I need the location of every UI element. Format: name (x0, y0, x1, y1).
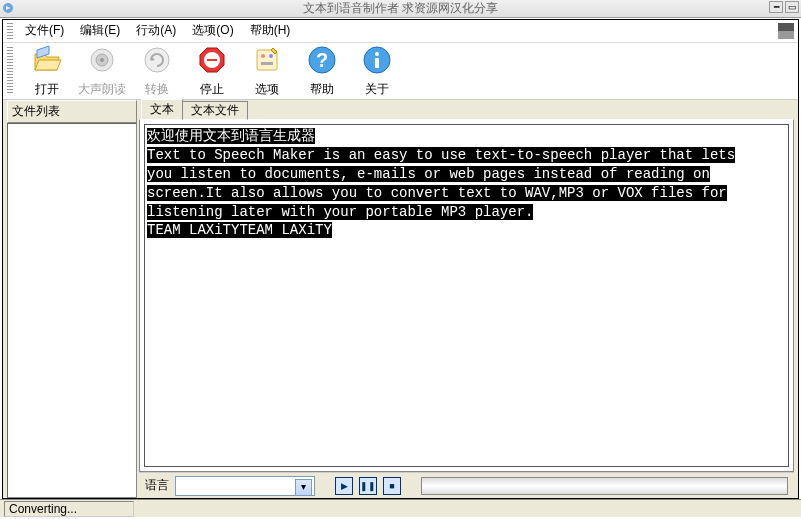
menubar-right-icon (778, 23, 794, 39)
svg-rect-16 (375, 58, 379, 68)
stop-media-icon: ■ (389, 481, 394, 491)
editor-line1: 欢迎使用文本到语言生成器 (147, 128, 315, 144)
read-label: 大声朗读 (78, 81, 126, 98)
stop-button[interactable]: 停止 (184, 44, 239, 98)
file-list[interactable] (7, 123, 137, 498)
app-icon (2, 2, 14, 14)
toolbar: 打开 大声朗读 转换 停止 选项 (3, 42, 798, 100)
svg-point-4 (145, 48, 169, 72)
status-bar: Converting... (0, 499, 801, 517)
about-button[interactable]: 关于 (349, 44, 404, 98)
text-editor[interactable]: 欢迎使用文本到语言生成器 Text to Speech Maker is an … (144, 124, 789, 467)
status-text: Converting... (4, 501, 134, 517)
play-icon: ▶ (341, 481, 348, 491)
svg-point-15 (375, 52, 379, 56)
main-area: 文本 文本文件 欢迎使用文本到语言生成器 Text to Speech Make… (139, 100, 794, 498)
open-button[interactable]: 打开 (19, 44, 74, 98)
sidebar: 文件列表 (7, 100, 137, 498)
language-select[interactable] (175, 476, 315, 496)
pause-icon: ❚❚ (360, 481, 376, 491)
window-title: 文本到语音制作者 求资源网汉化分享 (303, 0, 498, 17)
minimize-button[interactable]: ━ (769, 1, 783, 13)
language-label: 语言 (145, 477, 169, 494)
options-icon (251, 44, 283, 79)
play-button[interactable]: ▶ (335, 477, 353, 495)
menu-help[interactable]: 帮助(H) (242, 20, 299, 41)
tab-text-file[interactable]: 文本文件 (182, 101, 248, 120)
pause-button[interactable]: ❚❚ (359, 477, 377, 495)
bottom-bar: 语言 ▶ ❚❚ ■ (139, 472, 794, 498)
options-button[interactable]: 选项 (239, 44, 294, 98)
maximize-button[interactable]: ▭ (785, 1, 799, 13)
editor-line6: TEAM LAXiTYTEAM LAXiTY (147, 222, 332, 238)
menu-bar: 文件(F) 编辑(E) 行动(A) 选项(O) 帮助(H) (3, 20, 798, 42)
stop-icon (196, 44, 228, 79)
svg-rect-11 (261, 62, 273, 65)
help-button[interactable]: ? 帮助 (294, 44, 349, 98)
editor-line2: Text to Speech Maker is an easy to use t… (147, 147, 735, 163)
about-label: 关于 (365, 81, 389, 98)
body-area: 文件列表 文本 文本文件 欢迎使用文本到语言生成器 Text to Speech… (3, 100, 798, 498)
info-icon (361, 44, 393, 79)
open-icon (31, 44, 63, 79)
text-panel: 欢迎使用文本到语言生成器 Text to Speech Maker is an … (139, 119, 794, 472)
options-label: 选项 (255, 81, 279, 98)
convert-label: 转换 (145, 81, 169, 98)
stop-label: 停止 (200, 81, 224, 98)
convert-icon (141, 44, 173, 79)
menubar-grip-icon (7, 23, 13, 39)
menu-action[interactable]: 行动(A) (128, 20, 184, 41)
editor-line3: you listen to documents, e-mails or web … (147, 166, 710, 182)
sidebar-title: 文件列表 (7, 100, 137, 123)
window-buttons: ━ ▭ (769, 1, 799, 13)
toolbar-grip-icon (7, 47, 13, 95)
speaker-icon (86, 44, 118, 79)
menu-edit[interactable]: 编辑(E) (72, 20, 128, 41)
editor-line5: listening later with your portable MP3 p… (147, 204, 533, 220)
tab-text[interactable]: 文本 (141, 99, 183, 120)
help-label: 帮助 (310, 81, 334, 98)
svg-point-10 (269, 54, 273, 58)
help-icon: ? (306, 44, 338, 79)
read-aloud-button[interactable]: 大声朗读 (74, 44, 129, 98)
tabs: 文本 文本文件 (139, 100, 794, 120)
svg-rect-7 (207, 59, 217, 61)
editor-line4: screen.It also allows you to convert tex… (147, 185, 727, 201)
svg-point-3 (100, 58, 104, 62)
title-bar: 文本到语音制作者 求资源网汉化分享 ━ ▭ (0, 0, 801, 18)
svg-point-9 (261, 54, 265, 58)
stop-media-button[interactable]: ■ (383, 477, 401, 495)
convert-button[interactable]: 转换 (129, 44, 184, 98)
svg-text:?: ? (315, 49, 327, 71)
progress-slider[interactable] (421, 477, 788, 495)
app-frame: 文件(F) 编辑(E) 行动(A) 选项(O) 帮助(H) 打开 大声朗读 转换 (2, 19, 799, 499)
open-label: 打开 (35, 81, 59, 98)
menu-options[interactable]: 选项(O) (184, 20, 241, 41)
menu-file[interactable]: 文件(F) (17, 20, 72, 41)
